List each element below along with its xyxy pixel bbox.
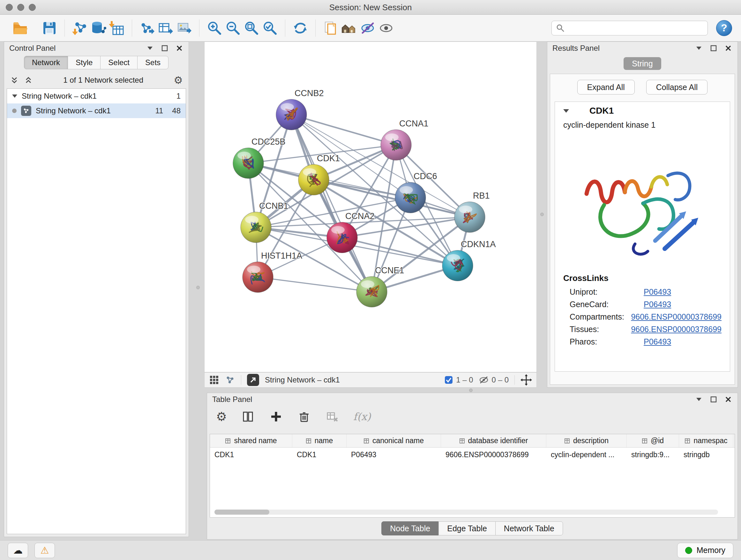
tab-sets[interactable]: Sets: [137, 56, 169, 69]
close-window-button[interactable]: [6, 4, 13, 11]
table-close-button[interactable]: [724, 395, 732, 403]
help-label: ?: [721, 22, 727, 34]
warnings-button[interactable]: ⚠: [35, 543, 55, 558]
scrollbar-thumb[interactable]: [214, 509, 269, 515]
collapse-all-networks-icon[interactable]: [24, 76, 33, 84]
delete-table-button[interactable]: [325, 410, 339, 424]
new-table-button[interactable]: [156, 19, 175, 37]
help-button[interactable]: ?: [716, 20, 732, 36]
selected-checkbox-icon[interactable]: [445, 376, 453, 384]
node-cdkn1a[interactable]: CDKN1A: [442, 240, 496, 281]
table-options-gear-icon[interactable]: ⚙: [216, 411, 227, 423]
results-close-button[interactable]: [724, 44, 732, 52]
network-canvas[interactable]: CCNB2CCNA1CDC25BCDK1CDC6RB1CCNB1CCNA2CDK…: [204, 42, 537, 372]
crosslink-value-link[interactable]: P06493: [644, 337, 671, 347]
table-menu-button[interactable]: [695, 395, 703, 403]
eye-icon: [378, 20, 394, 37]
network-glyph-icon[interactable]: [225, 375, 235, 385]
birdseye-grid-icon[interactable]: [209, 375, 219, 385]
delete-column-button[interactable]: [297, 410, 311, 424]
panel-menu-button[interactable]: [146, 44, 154, 52]
add-column-button[interactable]: [269, 410, 283, 424]
zoom-window-button[interactable]: [29, 4, 36, 11]
node-cdk1[interactable]: CDK1: [298, 153, 340, 195]
network-footer-title: String Network – cdk1: [265, 375, 340, 384]
zoom-out-button[interactable]: [224, 19, 242, 37]
left-splitter-handle[interactable]: [196, 286, 200, 289]
string-tab[interactable]: String: [623, 57, 661, 70]
hide-details-button[interactable]: [358, 19, 377, 37]
results-float-button[interactable]: [710, 44, 718, 52]
network-row[interactable]: String Network – cdk1 11 48: [7, 104, 186, 118]
hidden-eye-icon[interactable]: [479, 376, 488, 384]
edge-ccnb2-ccne1[interactable]: [291, 115, 372, 292]
import-table-button[interactable]: [108, 19, 126, 37]
node-ccnb2[interactable]: CCNB2: [276, 88, 324, 130]
tab-network-table[interactable]: Network Table: [495, 521, 563, 536]
crosslink-value-link[interactable]: 9606.ENSP00000378699: [631, 325, 722, 334]
function-builder-button[interactable]: f(x): [353, 411, 371, 423]
node-hist1h1a[interactable]: HIST1H1A: [243, 251, 302, 293]
memory-button[interactable]: Memory: [677, 543, 733, 558]
zoom-fit-button[interactable]: [242, 19, 261, 37]
tab-edge-table[interactable]: Edge Table: [439, 521, 495, 536]
collection-expander-icon[interactable]: [12, 95, 17, 98]
open-session-button[interactable]: [11, 19, 29, 37]
network-graph[interactable]: CCNB2CCNA1CDC25BCDK1CDC6RB1CCNB1CCNA2CDK…: [205, 42, 536, 372]
column-header[interactable]: database identifier: [441, 434, 546, 447]
tab-style[interactable]: Style: [68, 56, 100, 69]
tab-select[interactable]: Select: [100, 56, 138, 69]
node-label-ccna1: CCNA1: [399, 119, 428, 128]
copy-button[interactable]: [321, 19, 340, 37]
open-in-new-window-button[interactable]: [247, 374, 259, 386]
column-header[interactable]: description: [546, 434, 627, 447]
panel-close-button[interactable]: [175, 44, 184, 52]
column-header[interactable]: name: [292, 434, 347, 447]
show-columns-button[interactable]: [241, 410, 255, 424]
collapse-all-button[interactable]: Collapse All: [646, 80, 708, 95]
node-ccna1[interactable]: CCNA1: [381, 119, 428, 160]
search-input[interactable]: [551, 21, 708, 36]
import-network-file-button[interactable]: [71, 19, 89, 37]
show-details-button[interactable]: [377, 19, 395, 37]
column-header[interactable]: @id: [627, 434, 679, 447]
gene-collapse-icon[interactable]: [563, 109, 569, 113]
column-header[interactable]: namespac: [679, 434, 733, 447]
horizontal-scrollbar[interactable]: [214, 509, 718, 515]
crosslink-value-link[interactable]: P06493: [644, 300, 671, 309]
tab-node-table[interactable]: Node Table: [381, 521, 439, 536]
expand-all-networks-icon[interactable]: [10, 76, 19, 84]
crosslink-label: Compartments:: [569, 312, 631, 321]
edge-hist1h1a-ccne1[interactable]: [258, 277, 372, 292]
crosslink-value-link[interactable]: P06493: [644, 287, 671, 297]
right-splitter-handle[interactable]: [540, 212, 544, 216]
apply-layout-button[interactable]: [291, 19, 310, 37]
table-row[interactable]: CDK1CDK1P064939606.ENSP00000378699cyclin…: [210, 448, 735, 461]
tab-network[interactable]: Network: [24, 56, 68, 69]
column-header[interactable]: shared name: [210, 434, 292, 447]
zoom-selected-button[interactable]: [261, 19, 279, 37]
table-float-button[interactable]: [710, 395, 718, 403]
cloud-button[interactable]: ☁: [8, 543, 28, 558]
save-session-button[interactable]: [40, 19, 59, 37]
edge-ccnb2-ccna1[interactable]: [291, 115, 396, 145]
node-ccne1[interactable]: CCNE1: [356, 266, 404, 307]
zoom-in-button[interactable]: [205, 19, 224, 37]
minimize-window-button[interactable]: [17, 4, 24, 11]
node-highlight: [400, 186, 413, 194]
crosslink-value-link[interactable]: 9606.ENSP00000378699: [631, 312, 722, 321]
column-header[interactable]: canonical name: [347, 434, 441, 447]
import-network-database-button[interactable]: [89, 19, 108, 37]
pan-crosshair-icon[interactable]: [521, 374, 532, 386]
new-network-from-selection-button[interactable]: [138, 19, 156, 37]
bottom-splitter-handle[interactable]: [469, 388, 473, 392]
node-rb1[interactable]: RB1: [455, 191, 490, 233]
panel-float-button[interactable]: [160, 44, 169, 52]
network-collection-row[interactable]: String Network – cdk1 1: [7, 89, 186, 104]
first-neighbors-button[interactable]: [340, 19, 358, 37]
expand-all-button[interactable]: Expand All: [577, 80, 635, 95]
export-image-button[interactable]: [175, 19, 193, 37]
node-count: 11: [155, 106, 163, 115]
results-menu-button[interactable]: [695, 44, 703, 52]
network-options-gear-icon[interactable]: ⚙: [174, 75, 183, 85]
